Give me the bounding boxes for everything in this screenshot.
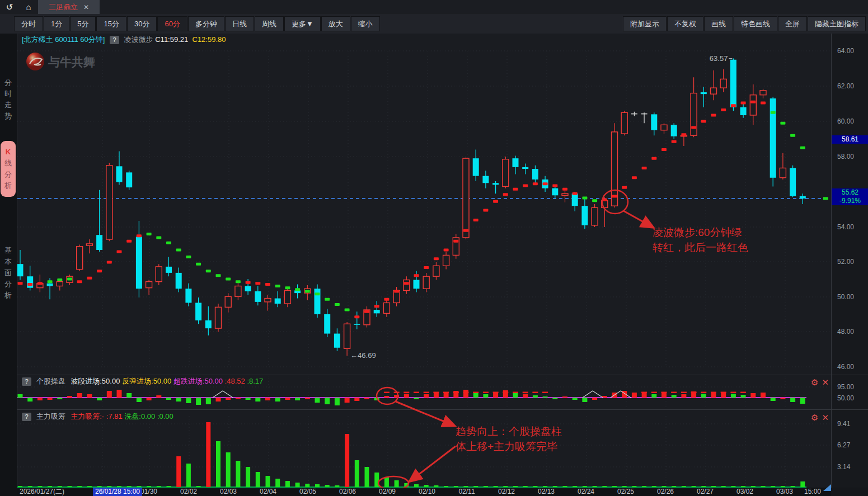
help-icon[interactable]: ? — [22, 413, 31, 421]
time-tick-label: 02/11 — [458, 488, 475, 496]
time-tick-label: 03/03 — [776, 488, 793, 496]
gear-icon[interactable]: ⚙ — [811, 413, 818, 422]
help-icon[interactable]: ? — [22, 377, 31, 386]
period-buttons: 分时1分5分15分30分60分多分钟日线周线更多▼放大缩小 — [13, 14, 380, 31]
price-tick-label: 46.00 — [837, 363, 854, 371]
time-tick-label: 02/04 — [260, 488, 276, 496]
price-tick-label: 48.00 — [837, 328, 854, 336]
panel2-value-extra: :0.00 — [157, 412, 173, 421]
time-tick-label: 02/12 — [498, 488, 515, 496]
panel1-value-green: :8.17 — [247, 377, 263, 385]
toolbar-button-30分[interactable]: 30分 — [127, 16, 157, 31]
toolbar-button-多分钟[interactable]: 多分钟 — [188, 16, 224, 31]
panel-separator — [832, 375, 868, 375]
help-icon[interactable]: ? — [110, 36, 119, 44]
price-tick-label: 54.00 — [837, 223, 854, 231]
time-tick-label: 02/27 — [697, 488, 714, 496]
time-tick-label: 02/06 — [339, 488, 356, 496]
svg-text:转红，此后一路红色: 转红，此后一路红色 — [653, 242, 748, 253]
toolbar-button-隐藏主图指标[interactable]: 隐藏主图指标 — [808, 16, 866, 31]
panel-scale-label: 3.14 — [837, 463, 850, 471]
candles — [17, 59, 806, 356]
indicator-name: 凌波微步 — [124, 35, 153, 44]
panel1-value-oversold: 超跌进场:50.00 — [173, 377, 223, 385]
panel-separator — [832, 409, 868, 410]
panel1-value-rebound: 反弹进场:50.00 — [122, 377, 171, 385]
price-tick-label: 58.00 — [837, 153, 854, 160]
toolbar-button-分时[interactable]: 分时 — [14, 16, 43, 31]
chart-option-buttons: 附加显示不复权画线特色画线全屏隐藏主图指标 — [622, 14, 866, 31]
toolbar-button-特色画线[interactable]: 特色画线 — [734, 16, 777, 31]
panel2-value-wash: 洗盘:0.00 — [124, 412, 155, 421]
time-tick-label: 02/02 — [180, 488, 197, 496]
tab-close-icon[interactable]: ✕ — [83, 3, 89, 11]
toolbar-button-缩小[interactable]: 缩小 — [351, 16, 380, 31]
stock-symbol: [北方稀土 600111 60分钟] — [22, 35, 105, 44]
sidebar-item-分时走势[interactable]: 分时走势 — [1, 77, 16, 122]
panel-scale-label: 95.00 — [837, 383, 854, 391]
time-tick-label: 02/09 — [379, 488, 396, 496]
document-tab-label: 三足鼎立 — [49, 3, 78, 11]
panel2-bars — [18, 422, 805, 487]
toolbar-button-15分[interactable]: 15分 — [96, 16, 126, 31]
time-tick-label: 02/05 — [299, 488, 316, 496]
toolbar-button-更多▼[interactable]: 更多▼ — [284, 16, 321, 31]
toolbar-button-画线[interactable]: 画线 — [704, 16, 733, 31]
svg-text:与牛共舞: 与牛共舞 — [48, 55, 95, 69]
price-tick-label: 50.00 — [837, 293, 854, 301]
panel2-title: 主力吸筹 — [36, 412, 65, 421]
time-tick-label: 15:00 — [804, 488, 821, 496]
svg-text:←46.69: ←46.69 — [350, 351, 376, 360]
panel1-title: 个股操盘 — [36, 377, 65, 385]
toolbar-button-1分[interactable]: 1分 — [44, 16, 69, 31]
panel2-header: ? 主力吸筹 主力吸筹:- :7.81 洗盘:0.00 :0.00 — [22, 412, 173, 422]
panel1-header: ? 个股操盘 波段进场:50.00 反弹进场:50.00 超跌进场:50.00 … — [22, 376, 263, 386]
indicator-value-2: C12:59.80 — [193, 35, 226, 44]
time-axis: 2026/01/27(二)01/3002/0202/0302/0402/0502… — [17, 488, 831, 496]
back-icon[interactable]: ↺ — [0, 0, 19, 14]
time-tick-label-highlighted: 26/01/28 15:00 — [93, 488, 142, 496]
document-tab[interactable]: 三足鼎立✕ — [38, 0, 100, 14]
toolbar-button-60分[interactable]: 60分 — [157, 16, 187, 31]
stock-info-line: [北方稀土 600111 60分钟] ? 凌波微步 C11:59.21 C12:… — [22, 35, 226, 45]
time-tick-label: 2026/01/27(二) — [20, 488, 64, 496]
toolbar-button-全屏[interactable]: 全屏 — [778, 16, 807, 31]
svg-text:凌波微步:60分钟绿: 凌波微步:60分钟绿 — [653, 226, 742, 238]
close-icon[interactable]: ✕ — [822, 377, 829, 387]
resize-handle-icon[interactable] — [823, 484, 831, 491]
time-tick-label: 01/30 — [140, 488, 157, 496]
toolbar-button-5分[interactable]: 5分 — [70, 16, 96, 31]
toolbar-button-放大[interactable]: 放大 — [321, 16, 350, 31]
sidebar-item-K线分析[interactable]: K线分析 — [1, 141, 16, 197]
panel1-value-band: 波段进场:50.00 — [71, 377, 120, 385]
period-toolbar: 分时1分5分15分30分60分多分钟日线周线更多▼放大缩小 附加显示不复权画线特… — [0, 14, 868, 34]
toolbar-button-不复权[interactable]: 不复权 — [667, 16, 703, 31]
time-tick-label: 02/25 — [617, 488, 634, 496]
panel2-controls: ⚙✕ — [808, 413, 833, 422]
panel1-controls: ⚙✕ — [808, 377, 833, 386]
window-topbar: ↺ ⌂ 三足鼎立✕ — [0, 0, 868, 15]
left-sidebar: 分时走势K线分析基本面分析 — [0, 34, 17, 496]
price-tick-label: 60.00 — [837, 117, 854, 125]
change-percent-badge: -9.91% — [832, 197, 868, 205]
gear-icon[interactable]: ⚙ — [811, 377, 818, 387]
close-icon[interactable]: ✕ — [822, 413, 829, 422]
home-icon[interactable]: ⌂ — [19, 0, 38, 14]
time-tick-label: 02/26 — [657, 488, 674, 496]
lingbo-indicator-dots — [18, 101, 805, 318]
price-tick-label: 62.00 — [837, 82, 854, 90]
toolbar-button-日线[interactable]: 日线 — [225, 16, 254, 31]
panel-scale-label: 50.00 — [837, 394, 854, 402]
trading-app: ↺ ⌂ 三足鼎立✕ 分时1分5分15分30分60分多分钟日线周线更多▼放大缩小 … — [0, 0, 868, 496]
sidebar-item-基本面分析[interactable]: 基本面分析 — [1, 245, 16, 301]
time-tick-label: 02/10 — [419, 488, 435, 496]
panel-scale-label: 6.27 — [837, 441, 850, 449]
toolbar-button-周线[interactable]: 周线 — [255, 16, 284, 31]
toolbar-button-附加显示[interactable]: 附加显示 — [623, 16, 667, 31]
panel1-value-red: :48.52 — [225, 377, 245, 385]
time-tick-label: 03/02 — [736, 488, 753, 496]
time-tick-label: 02/24 — [578, 488, 594, 496]
svg-text:63.57: 63.57 — [710, 54, 728, 63]
time-tick-label: 02/03 — [220, 488, 237, 496]
watermark-logo: 与牛共舞 — [26, 53, 95, 70]
